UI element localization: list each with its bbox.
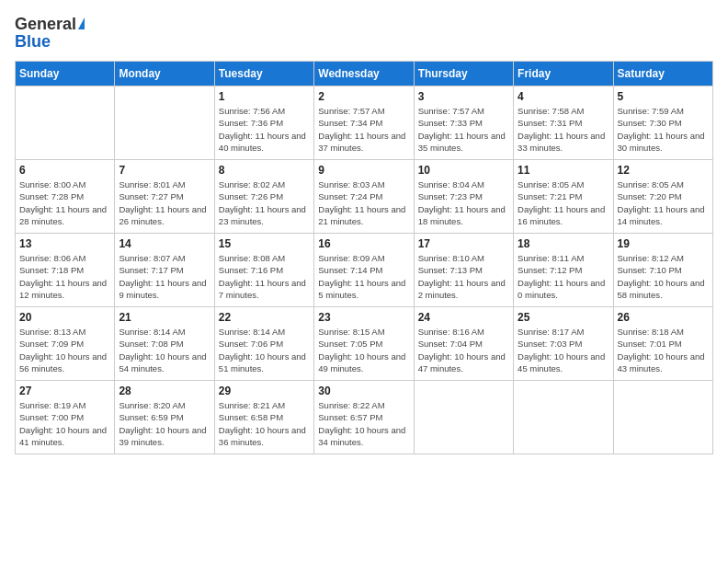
calendar-table: SundayMondayTuesdayWednesdayThursdayFrid… — [15, 61, 713, 454]
calendar-cell: 14Sunrise: 8:07 AM Sunset: 7:17 PM Dayli… — [115, 234, 214, 307]
day-info: Sunrise: 8:19 AM Sunset: 7:00 PM Dayligh… — [19, 399, 110, 448]
calendar-cell: 17Sunrise: 8:10 AM Sunset: 7:13 PM Dayli… — [414, 234, 513, 307]
day-number: 5 — [618, 90, 709, 103]
calendar-cell: 30Sunrise: 8:22 AM Sunset: 6:57 PM Dayli… — [314, 381, 414, 454]
day-number: 19 — [618, 237, 709, 250]
calendar-cell: 6Sunrise: 8:00 AM Sunset: 7:28 PM Daylig… — [16, 160, 115, 234]
day-info: Sunrise: 8:12 AM Sunset: 7:10 PM Dayligh… — [618, 252, 709, 301]
calendar-cell — [514, 381, 613, 454]
day-info: Sunrise: 8:02 AM Sunset: 7:26 PM Dayligh… — [219, 178, 310, 227]
calendar-cell: 19Sunrise: 8:12 AM Sunset: 7:10 PM Dayli… — [613, 234, 712, 307]
logo-blue-text: Blue — [15, 32, 51, 52]
calendar-cell: 23Sunrise: 8:15 AM Sunset: 7:05 PM Dayli… — [314, 307, 414, 381]
calendar-cell: 16Sunrise: 8:09 AM Sunset: 7:14 PM Dayli… — [314, 234, 414, 307]
day-info: Sunrise: 8:15 AM Sunset: 7:05 PM Dayligh… — [318, 326, 409, 374]
day-info: Sunrise: 8:14 AM Sunset: 7:06 PM Dayligh… — [219, 326, 310, 374]
calendar-cell: 1Sunrise: 7:56 AM Sunset: 7:36 PM Daylig… — [214, 86, 313, 160]
day-info: Sunrise: 7:59 AM Sunset: 7:30 PM Dayligh… — [618, 105, 709, 154]
calendar-cell: 24Sunrise: 8:16 AM Sunset: 7:04 PM Dayli… — [414, 307, 513, 381]
day-number: 17 — [418, 237, 509, 250]
day-number: 15 — [219, 237, 310, 250]
calendar-cell: 25Sunrise: 8:17 AM Sunset: 7:03 PM Dayli… — [514, 307, 613, 381]
calendar-cell: 29Sunrise: 8:21 AM Sunset: 6:58 PM Dayli… — [214, 381, 313, 454]
day-info: Sunrise: 8:03 AM Sunset: 7:24 PM Dayligh… — [318, 178, 409, 227]
day-info: Sunrise: 8:17 AM Sunset: 7:03 PM Dayligh… — [518, 326, 609, 374]
day-number: 23 — [318, 311, 409, 324]
header-sunday: Sunday — [16, 62, 115, 86]
day-info: Sunrise: 8:08 AM Sunset: 7:16 PM Dayligh… — [219, 252, 310, 301]
calendar-cell: 9Sunrise: 8:03 AM Sunset: 7:24 PM Daylig… — [314, 160, 414, 234]
calendar-cell: 26Sunrise: 8:18 AM Sunset: 7:01 PM Dayli… — [613, 307, 712, 381]
day-number: 27 — [19, 385, 110, 397]
day-info: Sunrise: 8:05 AM Sunset: 7:21 PM Dayligh… — [518, 178, 609, 227]
day-info: Sunrise: 8:01 AM Sunset: 7:27 PM Dayligh… — [119, 178, 210, 227]
header-monday: Monday — [115, 62, 214, 86]
day-number: 22 — [219, 311, 310, 324]
header-thursday: Thursday — [414, 62, 513, 86]
day-number: 9 — [318, 164, 409, 177]
calendar-cell: 22Sunrise: 8:14 AM Sunset: 7:06 PM Dayli… — [214, 307, 313, 381]
day-number: 2 — [318, 90, 409, 103]
calendar-cell: 28Sunrise: 8:20 AM Sunset: 6:59 PM Dayli… — [115, 381, 214, 454]
calendar-week-row: 20Sunrise: 8:13 AM Sunset: 7:09 PM Dayli… — [16, 307, 713, 381]
calendar-week-row: 13Sunrise: 8:06 AM Sunset: 7:18 PM Dayli… — [16, 234, 713, 307]
calendar-week-row: 1Sunrise: 7:56 AM Sunset: 7:36 PM Daylig… — [16, 86, 713, 160]
calendar-cell — [115, 86, 214, 160]
calendar-cell: 3Sunrise: 7:57 AM Sunset: 7:33 PM Daylig… — [414, 86, 513, 160]
header-wednesday: Wednesday — [314, 62, 414, 86]
calendar-cell: 7Sunrise: 8:01 AM Sunset: 7:27 PM Daylig… — [115, 160, 214, 234]
calendar-cell — [16, 86, 115, 160]
day-number: 14 — [119, 237, 210, 250]
day-number: 6 — [19, 164, 110, 177]
day-number: 16 — [318, 237, 409, 250]
calendar-cell: 2Sunrise: 7:57 AM Sunset: 7:34 PM Daylig… — [314, 86, 414, 160]
day-info: Sunrise: 8:16 AM Sunset: 7:04 PM Dayligh… — [418, 326, 509, 374]
day-info: Sunrise: 8:20 AM Sunset: 6:59 PM Dayligh… — [119, 399, 210, 448]
day-number: 18 — [518, 237, 609, 250]
day-number: 29 — [219, 385, 310, 397]
calendar-cell: 21Sunrise: 8:14 AM Sunset: 7:08 PM Dayli… — [115, 307, 214, 381]
calendar-week-row: 6Sunrise: 8:00 AM Sunset: 7:28 PM Daylig… — [16, 160, 713, 234]
day-info: Sunrise: 8:05 AM Sunset: 7:20 PM Dayligh… — [618, 178, 709, 227]
day-info: Sunrise: 8:18 AM Sunset: 7:01 PM Dayligh… — [618, 326, 709, 374]
day-info: Sunrise: 8:06 AM Sunset: 7:18 PM Dayligh… — [19, 252, 110, 301]
day-info: Sunrise: 8:14 AM Sunset: 7:08 PM Dayligh… — [119, 326, 210, 374]
calendar-cell — [414, 381, 513, 454]
calendar-cell: 20Sunrise: 8:13 AM Sunset: 7:09 PM Dayli… — [16, 307, 115, 381]
calendar-cell: 11Sunrise: 8:05 AM Sunset: 7:21 PM Dayli… — [514, 160, 613, 234]
day-number: 13 — [19, 237, 110, 250]
calendar-header-row: SundayMondayTuesdayWednesdayThursdayFrid… — [16, 62, 713, 86]
day-number: 3 — [418, 90, 509, 103]
calendar-cell — [613, 381, 712, 454]
calendar-cell: 13Sunrise: 8:06 AM Sunset: 7:18 PM Dayli… — [16, 234, 115, 307]
day-number: 25 — [518, 311, 609, 324]
calendar-cell: 27Sunrise: 8:19 AM Sunset: 7:00 PM Dayli… — [16, 381, 115, 454]
header-tuesday: Tuesday — [214, 62, 313, 86]
calendar-cell: 12Sunrise: 8:05 AM Sunset: 7:20 PM Dayli… — [613, 160, 712, 234]
day-number: 12 — [618, 164, 709, 177]
day-number: 4 — [518, 90, 609, 103]
day-info: Sunrise: 8:21 AM Sunset: 6:58 PM Dayligh… — [219, 399, 310, 448]
logo: General Blue — [15, 15, 85, 52]
logo-triangle-icon — [78, 17, 85, 29]
day-number: 10 — [418, 164, 509, 177]
day-info: Sunrise: 8:11 AM Sunset: 7:12 PM Dayligh… — [518, 252, 609, 301]
day-number: 26 — [618, 311, 709, 324]
day-info: Sunrise: 8:22 AM Sunset: 6:57 PM Dayligh… — [318, 399, 409, 448]
header-saturday: Saturday — [613, 62, 712, 86]
day-number: 28 — [119, 385, 210, 397]
day-number: 21 — [119, 311, 210, 324]
day-number: 20 — [19, 311, 110, 324]
day-info: Sunrise: 8:13 AM Sunset: 7:09 PM Dayligh… — [19, 326, 110, 374]
day-number: 7 — [119, 164, 210, 177]
header-friday: Friday — [514, 62, 613, 86]
day-info: Sunrise: 8:04 AM Sunset: 7:23 PM Dayligh… — [418, 178, 509, 227]
day-info: Sunrise: 8:09 AM Sunset: 7:14 PM Dayligh… — [318, 252, 409, 301]
day-number: 8 — [219, 164, 310, 177]
day-info: Sunrise: 8:00 AM Sunset: 7:28 PM Dayligh… — [19, 178, 110, 227]
day-number: 11 — [518, 164, 609, 177]
calendar-cell: 5Sunrise: 7:59 AM Sunset: 7:30 PM Daylig… — [613, 86, 712, 160]
calendar-cell: 15Sunrise: 8:08 AM Sunset: 7:16 PM Dayli… — [214, 234, 313, 307]
day-number: 24 — [418, 311, 509, 324]
day-info: Sunrise: 8:07 AM Sunset: 7:17 PM Dayligh… — [119, 252, 210, 301]
